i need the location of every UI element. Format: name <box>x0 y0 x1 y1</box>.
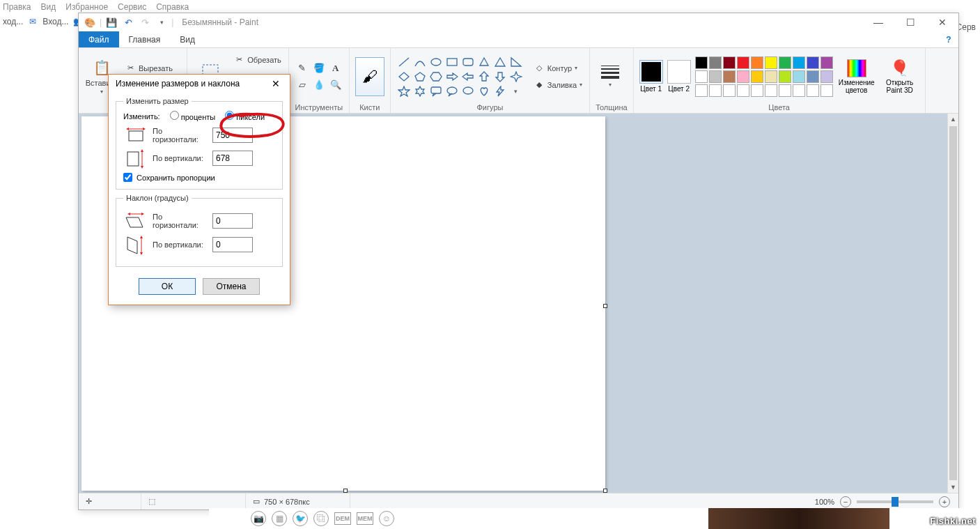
shape-callout-cloud[interactable] <box>460 84 476 98</box>
shape-polygon[interactable] <box>476 55 492 69</box>
resize-height-input[interactable] <box>212 151 253 166</box>
color-swatch[interactable] <box>807 84 819 97</box>
mem-badge[interactable]: MEM <box>357 512 373 525</box>
shape-callout-oval[interactable] <box>444 84 460 98</box>
text-tool[interactable]: A <box>328 61 343 76</box>
color-swatch[interactable] <box>765 56 777 69</box>
paint-app-icon[interactable]: 🎨 <box>83 15 97 29</box>
color-swatch[interactable] <box>779 84 791 97</box>
shape-line[interactable] <box>396 55 412 69</box>
shape-fill-button[interactable]: ◆Заливка▾ <box>532 78 584 92</box>
emoji-icon[interactable]: ☺ <box>379 511 394 526</box>
camera-icon[interactable]: 📷 <box>251 511 266 526</box>
shape-lightning[interactable] <box>492 84 508 98</box>
twitter-icon[interactable]: 🐦 <box>293 511 308 526</box>
shape-triangle[interactable] <box>492 55 508 69</box>
shape-oval[interactable] <box>428 55 444 69</box>
color-swatch[interactable] <box>723 84 736 97</box>
scroll-down-icon[interactable]: ▼ <box>948 482 958 493</box>
menu-item[interactable]: Правка <box>3 2 31 12</box>
minimize-button[interactable]: — <box>862 13 894 31</box>
color-swatch[interactable] <box>751 56 763 69</box>
color-swatch[interactable] <box>751 84 763 97</box>
color-swatch[interactable] <box>820 56 833 69</box>
color-swatch[interactable] <box>820 70 833 83</box>
shape-star6[interactable] <box>412 84 428 98</box>
dem-badge[interactable]: DEM <box>334 512 351 525</box>
shape-arrow-l[interactable] <box>460 70 476 84</box>
radio-pixels[interactable]: пиксели <box>225 111 265 121</box>
browser-tab[interactable]: Вход... <box>42 17 68 26</box>
color-swatch[interactable] <box>779 70 791 83</box>
zoom-in-button[interactable]: + <box>939 496 950 507</box>
color-swatch[interactable] <box>807 56 819 69</box>
zoom-out-button[interactable]: − <box>840 496 851 507</box>
shape-pentagon[interactable] <box>412 70 428 84</box>
shape-arrow-d[interactable] <box>492 70 508 84</box>
color-swatch[interactable] <box>695 70 708 83</box>
maximize-button[interactable]: ☐ <box>894 13 926 31</box>
redo-icon[interactable]: ↷ <box>138 15 152 29</box>
color-swatch[interactable] <box>793 84 805 97</box>
save-icon[interactable]: 💾 <box>104 15 118 29</box>
skew-v-input[interactable] <box>212 237 253 252</box>
menu-item[interactable]: Сервис <box>118 2 146 12</box>
color1-slot[interactable] <box>639 60 663 84</box>
cancel-button[interactable]: Отмена <box>203 278 260 295</box>
color-swatch[interactable] <box>709 56 722 69</box>
color-swatch[interactable] <box>737 70 749 83</box>
fill-tool[interactable]: 🪣 <box>311 61 327 76</box>
tab-file[interactable]: Файл <box>79 31 119 47</box>
menu-item[interactable]: Избранное <box>65 2 108 12</box>
thickness-button[interactable]: ▾ <box>596 66 625 88</box>
edit-colors-button[interactable]: Изменение цветов <box>837 59 876 94</box>
color-swatch[interactable] <box>765 84 777 97</box>
shape-star4[interactable] <box>508 70 524 84</box>
color-swatch[interactable] <box>820 84 833 97</box>
skew-h-input[interactable] <box>212 213 253 229</box>
tab-view[interactable]: Вид <box>170 31 205 47</box>
zoom-slider[interactable] <box>857 500 933 503</box>
shape-callout-rect[interactable] <box>428 84 444 98</box>
close-button[interactable]: ✕ <box>926 13 958 31</box>
color-swatch[interactable] <box>709 84 722 97</box>
color-swatch[interactable] <box>751 70 763 83</box>
menu-item[interactable]: Справка <box>156 2 189 12</box>
color-swatch[interactable] <box>723 70 736 83</box>
scroll-up-icon[interactable]: ▲ <box>948 114 958 125</box>
undo-icon[interactable]: ↶ <box>121 15 135 29</box>
cut-button[interactable]: ✂Вырезать <box>123 61 181 75</box>
shape-rect[interactable] <box>444 55 460 69</box>
tab-home[interactable]: Главная <box>119 31 171 47</box>
browser-tab[interactable]: ход... <box>3 17 23 26</box>
shape-roundrect[interactable] <box>460 55 476 69</box>
color-swatch[interactable] <box>737 56 749 69</box>
color2-slot[interactable] <box>667 60 691 84</box>
eraser-tool[interactable]: ▱ <box>295 77 310 93</box>
qat-dropdown-icon[interactable]: ▾ <box>155 15 169 29</box>
brushes-button[interactable]: 🖌 <box>355 57 384 96</box>
color-swatch[interactable] <box>695 84 708 97</box>
color-swatch[interactable] <box>807 70 819 83</box>
picker-tool[interactable]: 💧 <box>311 77 327 93</box>
shape-heart[interactable] <box>476 84 492 98</box>
radio-percent[interactable]: проценты <box>170 111 216 121</box>
color-swatch[interactable] <box>695 56 708 69</box>
menu-item[interactable]: Вид <box>41 2 56 12</box>
color-swatch[interactable] <box>737 84 749 97</box>
ok-button[interactable]: ОК <box>139 278 196 295</box>
color-swatch[interactable] <box>793 70 805 83</box>
color-swatch[interactable] <box>779 56 791 69</box>
outline-button[interactable]: ◇Контур▾ <box>532 61 584 75</box>
keep-aspect-checkbox[interactable]: Сохранить пропорции <box>123 173 275 182</box>
crop-button[interactable]: ✂Обрезать <box>232 53 283 67</box>
color-swatch[interactable] <box>793 56 805 69</box>
shape-star5[interactable] <box>396 84 412 98</box>
scroll-thumb[interactable] <box>949 126 957 480</box>
shape-more[interactable]: ▾ <box>508 84 524 98</box>
shape-arrow-u[interactable] <box>476 70 492 84</box>
open-paint3d-button[interactable]: 🎈 ОткрытьPaint 3D <box>880 59 919 94</box>
dialog-close-button[interactable]: ✕ <box>269 78 283 89</box>
help-icon[interactable]: ? <box>939 31 958 47</box>
resize-width-input[interactable] <box>212 128 253 143</box>
